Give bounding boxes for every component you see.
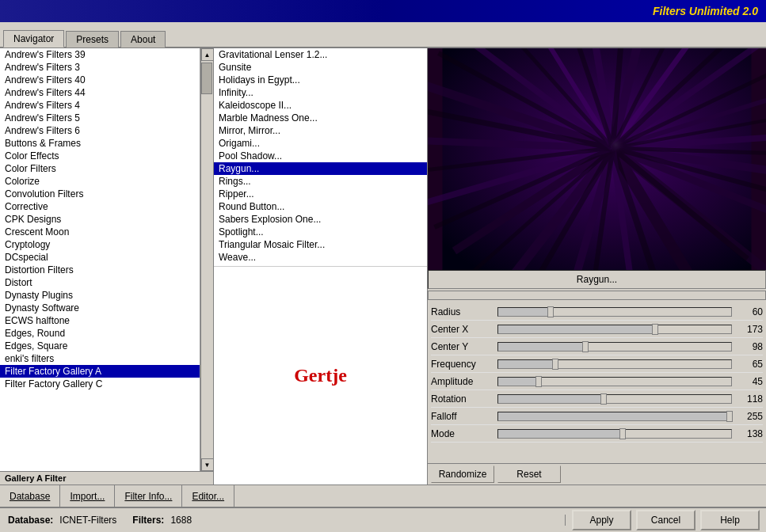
category-item[interactable]: Edges, Round: [0, 327, 200, 340]
scroll-thumb[interactable]: [201, 63, 212, 94]
category-item[interactable]: Crescent Moon: [0, 226, 200, 238]
filter-item[interactable]: Rings...: [214, 175, 427, 188]
toolbar-editor-section: Editor...: [182, 485, 234, 507]
category-item[interactable]: Color Filters: [0, 162, 200, 175]
filter-item[interactable]: Wood Grain...: [214, 264, 427, 266]
param-thumb[interactable]: [619, 428, 626, 439]
filter-list[interactable]: Gravitational Lenser 1.2...GunsiteHolida…: [214, 48, 428, 266]
category-item[interactable]: DCspecial: [0, 251, 200, 264]
param-thumb[interactable]: [600, 393, 607, 405]
cancel-button[interactable]: Cancel: [636, 510, 695, 530]
param-label: Amplitude: [431, 376, 494, 387]
filter-item[interactable]: Pool Shadow...: [214, 150, 427, 162]
database-button[interactable]: Database: [6, 491, 53, 502]
filter-item[interactable]: Gunsite: [214, 61, 427, 74]
help-button[interactable]: Help: [700, 510, 760, 530]
filter-item[interactable]: Spotlight...: [214, 226, 427, 238]
param-label: Frequency: [431, 359, 494, 370]
filter-item[interactable]: Sabers Explosion One...: [214, 213, 427, 226]
filter-item[interactable]: Holidays in Egypt...: [214, 74, 427, 86]
param-slider[interactable]: [497, 429, 732, 439]
database-label: Database:: [8, 515, 53, 526]
param-thumb[interactable]: [652, 324, 658, 335]
filter-item[interactable]: Weave...: [214, 251, 427, 264]
category-item[interactable]: Distort: [0, 276, 200, 289]
param-slider[interactable]: [497, 412, 732, 421]
category-item[interactable]: Buttons & Frames: [0, 137, 200, 150]
category-list[interactable]: Andrew's Filters 39Andrew's Filters 3And…: [0, 48, 200, 471]
category-item[interactable]: Color Effects: [0, 150, 200, 162]
filter-item[interactable]: Gravitational Lenser 1.2...: [214, 48, 427, 61]
category-item[interactable]: CPK Designs: [0, 213, 200, 226]
param-label: Falloff: [431, 411, 494, 422]
filter-item[interactable]: Origami...: [214, 137, 427, 150]
category-item[interactable]: Andrew's Filters 3: [0, 61, 200, 74]
param-thumb[interactable]: [726, 411, 733, 422]
category-item[interactable]: Colorize: [0, 175, 200, 188]
category-item[interactable]: Andrew's Filters 5: [0, 112, 200, 124]
params-table: Radius60Center X173Center Y98Frequency65…: [428, 302, 766, 463]
param-slider[interactable]: [497, 307, 732, 317]
right-toolbar: Randomize Reset: [428, 463, 766, 484]
scroll-up-btn[interactable]: ▲: [201, 48, 214, 61]
category-item[interactable]: ECWS halftone: [0, 314, 200, 327]
preview-text-area: Gertje: [214, 266, 427, 484]
preview-image: [428, 48, 766, 270]
param-slider[interactable]: [497, 342, 732, 352]
tab-presets[interactable]: Presets: [66, 31, 119, 48]
randomize-button[interactable]: Randomize: [431, 466, 494, 483]
filters-label: Filters:: [132, 515, 164, 526]
category-item[interactable]: Filter Factory Gallery A: [0, 365, 200, 378]
category-item[interactable]: Andrew's Filters 4: [0, 99, 200, 112]
filter-item[interactable]: Raygun...: [214, 162, 427, 175]
category-item[interactable]: Dynasty Plugins: [0, 289, 200, 302]
category-item[interactable]: Filter Factory Gallery C: [0, 378, 200, 390]
filter-item[interactable]: Round Button...: [214, 200, 427, 213]
param-slider[interactable]: [497, 325, 732, 334]
gallery-filter-label: Gallery A Filter: [5, 473, 66, 483]
param-slider[interactable]: [497, 359, 732, 369]
category-item[interactable]: Edges, Square: [0, 340, 200, 352]
right-panel: Raygun... Radius60Center X173Center Y98F…: [428, 48, 766, 484]
param-thumb[interactable]: [547, 306, 554, 317]
param-label: Mode: [431, 428, 494, 439]
category-item[interactable]: Andrew's Filters 39: [0, 48, 200, 61]
param-thumb[interactable]: [535, 376, 542, 387]
category-item[interactable]: Convolution Filters: [0, 188, 200, 200]
app-title: Filters Unlimited 2.0: [653, 5, 758, 17]
param-label: Center Y: [431, 341, 494, 352]
apply-button[interactable]: Apply: [572, 510, 631, 530]
param-thumb[interactable]: [552, 359, 558, 370]
category-item[interactable]: Corrective: [0, 200, 200, 213]
filter-item[interactable]: Marble Madness One...: [214, 112, 427, 124]
filter-item[interactable]: Triangular Mosaic Filter...: [214, 238, 427, 251]
reset-button[interactable]: Reset: [497, 466, 561, 483]
editor-button[interactable]: Editor...: [189, 491, 227, 502]
filter-info-button[interactable]: Filter Info...: [121, 491, 175, 502]
category-item[interactable]: Dynasty Software: [0, 302, 200, 314]
category-item[interactable]: Andrew's Filters 44: [0, 86, 200, 99]
param-thumb[interactable]: [582, 341, 589, 352]
tab-navigator[interactable]: Navigator: [3, 30, 64, 48]
param-value: 65: [735, 359, 763, 370]
filter-item[interactable]: Mirror, Mirror...: [214, 124, 427, 137]
filter-item[interactable]: Ripper...: [214, 188, 427, 200]
category-scrollbar[interactable]: ▲ ▼: [200, 48, 213, 471]
param-value: 138: [735, 428, 763, 439]
param-row: Center Y98: [431, 338, 763, 355]
toolbar-import-section: Import...: [60, 485, 115, 507]
import-button[interactable]: Import...: [67, 491, 108, 502]
category-item[interactable]: Andrew's Filters 6: [0, 124, 200, 137]
title-bar: Filters Unlimited 2.0: [0, 0, 766, 22]
scroll-down-btn[interactable]: ▼: [201, 458, 214, 471]
filter-item[interactable]: Infinity...: [214, 86, 427, 99]
category-item[interactable]: Cryptology: [0, 238, 200, 251]
param-slider[interactable]: [497, 377, 732, 386]
param-slider[interactable]: [497, 394, 732, 404]
category-item[interactable]: enki's filters: [0, 352, 200, 365]
filter-item[interactable]: Kaleidoscope II...: [214, 99, 427, 112]
category-item[interactable]: Andrew's Filters 40: [0, 74, 200, 86]
tab-about[interactable]: About: [120, 31, 166, 48]
category-item[interactable]: Distortion Filters: [0, 264, 200, 276]
main-content: Andrew's Filters 39Andrew's Filters 3And…: [0, 48, 766, 484]
